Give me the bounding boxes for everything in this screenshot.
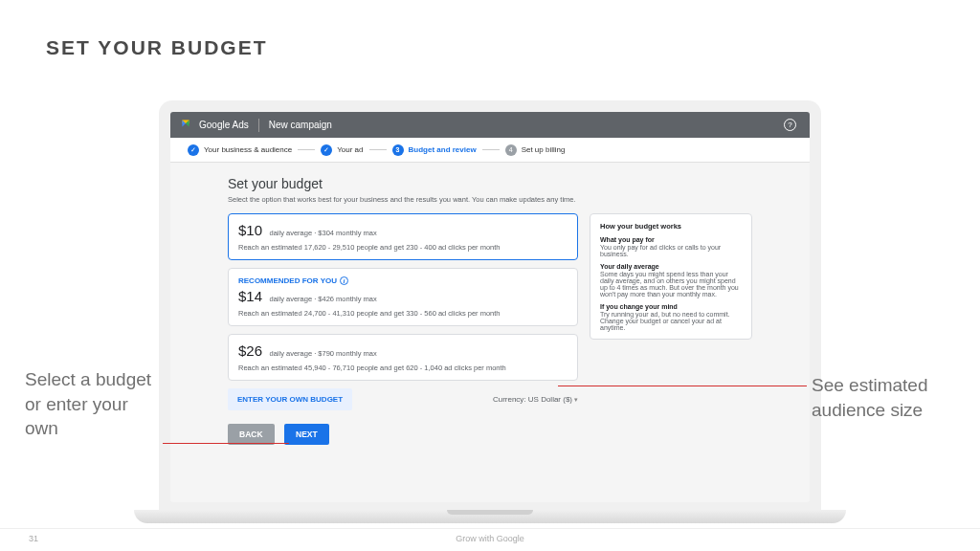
next-button[interactable]: NEXT [284,424,329,445]
divider [258,119,259,132]
callout-select-budget: Select a budget or enter your own [25,367,178,441]
own-budget-row: ENTER YOUR OWN BUDGET Currency: US Dolla… [228,388,578,410]
info-icon[interactable]: i [340,276,348,285]
laptop-frame: Google Ads New campaign ? Your business … [159,100,821,514]
laptop-base [134,510,846,523]
price: $14 [238,288,262,304]
budget-card-10[interactable]: $10 daily average · $304 monthly max Rea… [228,213,578,260]
info-column: How your budget works What you pay for Y… [590,213,752,445]
step-connector [298,149,315,150]
step-label: Your ad [337,145,363,154]
step-connector [482,149,500,150]
content-area: Set your budget Select the option that w… [170,163,810,502]
back-button[interactable]: BACK [228,424,275,445]
price: $10 [238,222,262,238]
help-icon[interactable]: ? [784,119,796,131]
step-label: Budget and review [409,145,477,154]
budget-options-column: $10 daily average · $304 monthly max Rea… [228,213,578,445]
callout-audience-size: See estimated audience size [812,373,965,422]
reach-estimate: Reach an estimated 45,940 - 76,710 peopl… [238,364,568,372]
step-budget[interactable]: 3 Budget and review [392,144,477,156]
budget-info-card: How your budget works What you pay for Y… [590,213,752,340]
reach-estimate: Reach an estimated 24,700 - 41,310 peopl… [238,309,568,318]
info-text: Some days you might spend less than your… [600,271,742,298]
reach-estimate: Reach an estimated 17,620 - 29,510 peopl… [238,243,568,252]
info-heading: If you change your mind [600,303,742,310]
step-number-icon: 4 [505,144,517,156]
step-your-ad[interactable]: Your ad [321,144,363,156]
step-bar: Your business & audience Your ad 3 Budge… [170,138,810,163]
currency-selector[interactable]: Currency: US Dollar ($) [493,395,578,404]
budget-card-26[interactable]: $26 daily average · $790 monthly max Rea… [228,334,578,381]
step-business[interactable]: Your business & audience [188,144,292,156]
step-label: Set up billing [522,145,566,154]
app-topbar: Google Ads New campaign ? [170,112,810,138]
brand-name: Google Ads [199,120,249,130]
step-connector [369,149,387,150]
check-icon [188,144,199,156]
columns: $10 daily average · $304 monthly max Rea… [228,213,752,445]
section-title: Set your budget [228,176,752,191]
info-text: You only pay for ad clicks or calls to y… [600,244,742,257]
price-info: daily average · $790 monthly max [269,349,376,358]
google-ads-logo-icon [182,120,193,131]
budget-card-14[interactable]: RECOMMENDED FOR YOUi $14 daily average ·… [228,268,578,326]
info-heading: Your daily average [600,263,742,270]
step-label: Your business & audience [204,145,292,154]
recommended-badge: RECOMMENDED FOR YOUi [238,276,568,285]
check-icon [321,144,332,156]
price-info: daily average · $426 monthly max [269,295,376,303]
info-text: Try running your ad, but no need to comm… [600,311,742,331]
price-info: daily average · $304 monthly max [269,229,376,237]
price: $26 [238,342,262,359]
step-billing[interactable]: 4 Set up billing [505,144,566,156]
nav-buttons: BACK NEXT [228,424,578,445]
annotation-line-icon [163,443,289,444]
section-subtitle: Select the option that works best for yo… [228,195,752,204]
annotation-line-icon [558,386,807,386]
step-number-icon: 3 [392,144,404,156]
context-label: New campaign [269,120,332,130]
info-heading: What you pay for [600,236,742,243]
footer-text: Grow with Google [0,528,980,543]
enter-own-budget-button[interactable]: ENTER YOUR OWN BUDGET [228,388,352,410]
slide-title: SET YOUR BUDGET [46,36,267,59]
info-title: How your budget works [600,222,742,231]
